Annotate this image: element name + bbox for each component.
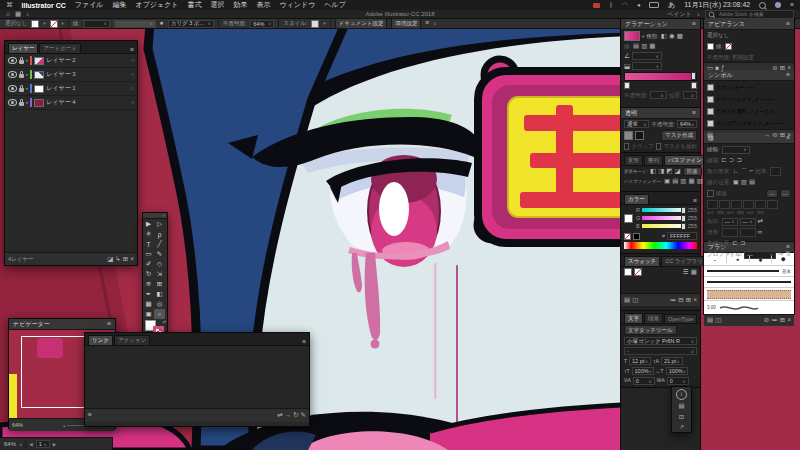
fill-swatch[interactable] bbox=[31, 20, 39, 28]
stroke-gradient-within-icon[interactable]: ▤ bbox=[633, 43, 639, 50]
lock-icon[interactable] bbox=[19, 74, 24, 78]
artboard-nav-field[interactable]: 1∨ bbox=[36, 440, 50, 448]
channel-value[interactable]: 255 bbox=[688, 223, 697, 229]
expand-arrow-icon[interactable]: ▸ bbox=[26, 72, 28, 77]
menu-app-name[interactable]: Illustrator CC bbox=[22, 2, 66, 9]
gradient-location-field[interactable]: ∨ bbox=[683, 91, 697, 99]
corner-bevel-icon[interactable]: ⌐ bbox=[750, 168, 754, 175]
cap-round-icon[interactable]: ⊃ bbox=[729, 157, 734, 164]
intersect-icon[interactable]: ◩ bbox=[666, 168, 672, 175]
charcoal-brush-row[interactable]: 3.00 bbox=[704, 301, 794, 314]
gradient-stop-left[interactable] bbox=[624, 82, 630, 89]
align-outside-icon[interactable]: ▤ bbox=[749, 179, 755, 186]
freeform-gradient-icon[interactable]: ▩ bbox=[677, 33, 683, 40]
swap-arrowheads-icon[interactable]: ⇄ bbox=[758, 218, 763, 225]
tab-align[interactable]: 整列 bbox=[644, 155, 663, 165]
menu-type[interactable]: 書式 bbox=[187, 0, 201, 10]
gradient-stop-handle[interactable] bbox=[691, 72, 696, 80]
preferences-button[interactable]: 環境設定 bbox=[391, 18, 421, 29]
navigator-title[interactable]: ナビゲーター ≡ bbox=[9, 319, 115, 330]
preserve-dash-icon[interactable]: ⋯ bbox=[766, 189, 778, 198]
arrow-start-dropdown[interactable]: —∨ bbox=[722, 218, 738, 226]
break-link-icon[interactable]: ⊘ bbox=[772, 132, 777, 139]
lock-icon[interactable] bbox=[19, 102, 24, 106]
cheek-streak[interactable] bbox=[434, 263, 437, 399]
duplicate-item-icon[interactable]: ⊞ bbox=[780, 65, 785, 72]
delete-swatch-icon[interactable]: × bbox=[693, 297, 697, 304]
corner-miter-icon[interactable]: ∟ bbox=[733, 168, 739, 175]
tab-paragraph[interactable]: 段落 bbox=[644, 313, 663, 323]
go-to-link-icon[interactable]: → bbox=[285, 412, 292, 419]
dashed-line-checkbox[interactable] bbox=[707, 190, 714, 197]
menu-effect[interactable]: 効果 bbox=[233, 0, 247, 10]
swatch-options-icon[interactable]: ≔ bbox=[670, 297, 677, 304]
document-grid-icon[interactable]: ▦ bbox=[15, 11, 21, 18]
stroke-swatch[interactable] bbox=[50, 20, 58, 28]
dash-field[interactable] bbox=[707, 200, 718, 209]
tip-align-icon[interactable]: ⊐ bbox=[740, 240, 745, 247]
color-spectrum-bar[interactable] bbox=[624, 242, 697, 249]
merge-icon[interactable]: ▥ bbox=[680, 178, 686, 185]
swap-fill-stroke-icon[interactable]: ⇄ bbox=[163, 319, 166, 324]
b-slider[interactable] bbox=[642, 224, 686, 228]
gradient-tool[interactable]: ◧ bbox=[154, 289, 165, 299]
stroke-gradient-along-icon[interactable]: ▥ bbox=[641, 43, 647, 50]
lock-icon[interactable]: ⊡ bbox=[679, 414, 684, 421]
panel-menu-icon[interactable]: ≡ bbox=[786, 21, 790, 28]
volume-icon[interactable]: ◂ bbox=[637, 2, 640, 9]
artboard-tool[interactable]: ▣ bbox=[143, 309, 154, 319]
update-link-icon[interactable]: ↻ bbox=[293, 412, 298, 419]
kerning-field[interactable]: 0∨ bbox=[633, 377, 655, 385]
paintbrush-tool[interactable]: ✎ bbox=[154, 249, 165, 259]
brush-dot-5pt[interactable]: ● bbox=[750, 256, 773, 263]
chevron-down-icon[interactable]: ▾ bbox=[642, 34, 644, 39]
new-color-group-icon[interactable]: ⊟ bbox=[678, 297, 683, 304]
stock-search-input[interactable] bbox=[717, 10, 791, 18]
rectangle-tool[interactable]: ▭ bbox=[143, 249, 154, 259]
chevron-down-icon[interactable]: ∨ bbox=[26, 12, 29, 17]
layer-row[interactable]: ▸ レイヤー 4 ○ bbox=[5, 96, 137, 110]
lasso-tool[interactable]: ρ bbox=[154, 229, 165, 239]
tear-drop[interactable] bbox=[371, 340, 380, 349]
new-swatch-icon[interactable]: ⊞ bbox=[686, 297, 691, 304]
leading-field[interactable]: 21 pt∨ bbox=[661, 357, 683, 365]
align-center-icon[interactable]: ▣ bbox=[733, 179, 739, 186]
ime-indicator[interactable]: あ bbox=[668, 0, 675, 10]
target-circle-icon[interactable]: ○ bbox=[131, 72, 134, 77]
tab-cc-libraries[interactable]: CC ライブラリ bbox=[661, 256, 707, 266]
tab-color[interactable]: カラー bbox=[624, 194, 649, 204]
menu-help[interactable]: ヘルプ bbox=[324, 0, 346, 10]
font-family-dropdown[interactable]: 小塚ゴシック Pr6N R∨ bbox=[624, 337, 697, 345]
lock-icon[interactable] bbox=[19, 60, 24, 64]
menu-file[interactable]: ファイル bbox=[75, 0, 104, 10]
align-options-icon[interactable]: ≡ bbox=[425, 20, 429, 27]
stroke-gradient-across-icon[interactable]: ▦ bbox=[649, 43, 655, 50]
mesh-tool[interactable]: ▦ bbox=[143, 299, 154, 309]
menu-edit[interactable]: 編集 bbox=[113, 0, 127, 10]
remove-brush-stroke-icon[interactable]: ⊘ bbox=[764, 317, 769, 324]
eyedropper-tool[interactable]: ✒ bbox=[143, 289, 154, 299]
layer-thumbnail[interactable] bbox=[34, 99, 44, 107]
gradient-stop-right[interactable] bbox=[691, 82, 697, 89]
wifi-icon[interactable]: ◠ bbox=[622, 2, 628, 9]
layer-name[interactable]: レイヤー 3 bbox=[46, 70, 129, 79]
panel-menu-icon[interactable]: ≡ bbox=[786, 135, 790, 142]
arrow-scale-start-field[interactable] bbox=[722, 228, 738, 237]
gradient-aspect-field[interactable]: ∨ bbox=[632, 62, 662, 70]
g-slider[interactable] bbox=[642, 216, 686, 220]
home-icon[interactable]: ⌂ bbox=[6, 11, 10, 18]
layer-thumbnail[interactable] bbox=[34, 71, 44, 79]
symbol-item[interactable]: テキスト通常_フォーカス bbox=[704, 105, 794, 117]
chevron-down-icon[interactable]: ∨ bbox=[433, 21, 436, 26]
font-size-field[interactable]: 12 pt∨ bbox=[629, 357, 651, 365]
symbol-item[interactable]: ボタン_オーバー bbox=[704, 81, 794, 93]
chevron-down-icon[interactable]: ∨ bbox=[697, 12, 700, 17]
menu-view[interactable]: 表示 bbox=[256, 0, 270, 10]
selection-tool[interactable]: ▶ bbox=[143, 219, 154, 229]
brush-definition-dropdown[interactable]: カリグ 3 ポ...∨ bbox=[168, 20, 214, 28]
target-circle-icon[interactable]: ○ bbox=[131, 86, 134, 91]
gradient-opacity-field[interactable]: ∨ bbox=[650, 91, 667, 99]
style-swatch[interactable] bbox=[311, 20, 319, 28]
cap-butt-icon[interactable]: ⊏ bbox=[722, 157, 727, 164]
lock-icon[interactable] bbox=[19, 88, 24, 92]
